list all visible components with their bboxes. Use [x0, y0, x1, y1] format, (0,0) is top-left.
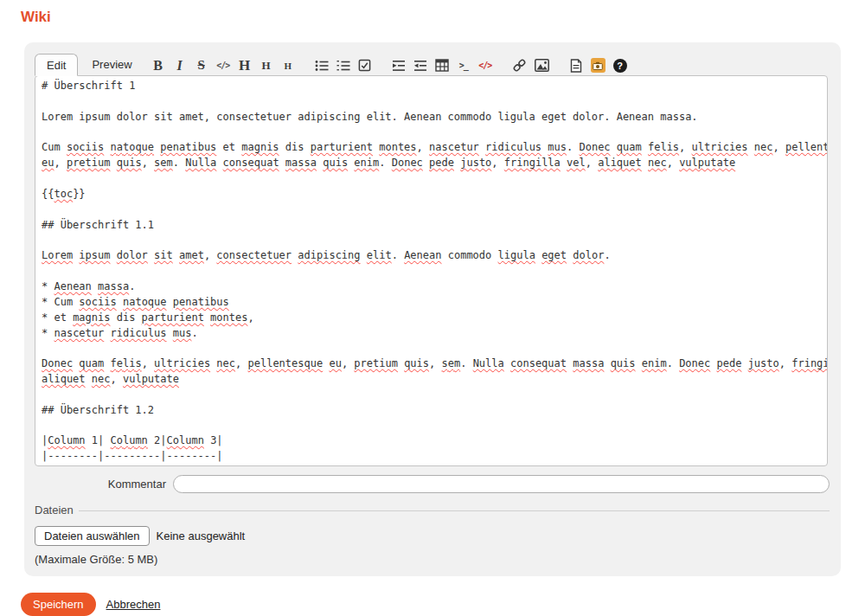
- comment-row: Kommentar: [35, 475, 830, 493]
- comment-input[interactable]: [173, 475, 830, 493]
- fieldset-divider: [79, 510, 830, 511]
- task-list-icon[interactable]: [358, 58, 372, 73]
- comment-label: Kommentar: [35, 478, 173, 491]
- misspelled-word: eget: [541, 249, 567, 261]
- ordered-list-icon[interactable]: [336, 58, 350, 73]
- misspelled-word: ligula: [498, 249, 535, 261]
- misspelled-word: felis: [648, 141, 679, 153]
- misspelled-word: amet: [179, 249, 204, 261]
- editor-line: [42, 341, 821, 356]
- misspelled-word: aliquet: [598, 157, 642, 169]
- misspelled-word: nascetur: [54, 327, 104, 339]
- misspelled-word: sit: [154, 249, 173, 261]
- misspelled-word: nascetur: [429, 141, 479, 153]
- misspelled-word: consequat: [223, 157, 279, 169]
- misspelled-word: eu: [42, 157, 54, 169]
- table-icon[interactable]: [435, 58, 449, 73]
- editor-line: Cum sociis natoque penatibus et magnis d…: [42, 140, 821, 156]
- misspelled-word: ridiculus: [110, 327, 166, 339]
- choose-files-button[interactable]: Dateien auswählen: [35, 526, 150, 546]
- editor-line: |Column 1| Column 2|Column 3|: [42, 433, 821, 449]
- bold-icon[interactable]: B: [151, 58, 165, 73]
- misspelled-word: natoque: [111, 141, 155, 153]
- misspelled-word: quis: [404, 357, 429, 369]
- misspelled-word: vulputate: [679, 157, 735, 169]
- file-status-text: Keine ausgewählt: [157, 529, 246, 542]
- editor-line: [42, 419, 821, 434]
- misspelled-word: felis: [111, 357, 142, 369]
- misspelled-word: Column: [167, 434, 204, 446]
- misspelled-word: dolor: [573, 249, 604, 261]
- misspelled-word: nec: [216, 357, 235, 369]
- misspelled-word: penatibus: [160, 141, 216, 153]
- misspelled-word: magnis: [241, 141, 279, 153]
- misspelled-word: Nulla: [185, 157, 216, 169]
- editor-line: [42, 94, 821, 110]
- misspelled-word: vulputate: [123, 373, 179, 385]
- misspelled-word: adipiscing: [298, 249, 360, 261]
- indent-icon[interactable]: [392, 58, 406, 73]
- misspelled-word: aliquet: [42, 373, 86, 385]
- inline-code-icon[interactable]: </>: [216, 58, 230, 73]
- unordered-list-icon[interactable]: [315, 58, 329, 73]
- misspelled-word: vel: [567, 157, 586, 169]
- heading2-icon[interactable]: H: [260, 58, 273, 73]
- wiki-page-link-icon[interactable]: [569, 58, 583, 73]
- misspelled-word: Aenean: [54, 280, 91, 292]
- editor-line: * Cum sociis natoque penatibus: [42, 295, 821, 311]
- misspelled-word: quam: [79, 357, 104, 369]
- tab-edit[interactable]: Edit: [35, 54, 78, 76]
- wiki-edit-form-panel: Edit Preview B I S </> H H H: [24, 42, 841, 576]
- italic-icon[interactable]: I: [173, 58, 187, 73]
- misspelled-word: pellentesque: [247, 357, 323, 369]
- misspelled-word: enim: [354, 157, 379, 169]
- save-button[interactable]: Speichern: [21, 593, 96, 616]
- editor-line: aliquet nec, vulputate: [42, 372, 821, 388]
- misspelled-word: massa: [285, 157, 317, 169]
- misspelled-word: quis: [117, 157, 142, 169]
- misspelled-word: pretium: [67, 157, 111, 169]
- link-icon[interactable]: [512, 58, 527, 73]
- misspelled-word: parturient: [311, 141, 373, 153]
- editor-line: * nascetur ridiculus mus.: [42, 326, 821, 342]
- misspelled-word: consequat: [510, 357, 567, 369]
- misspelled-word: Aenean: [404, 249, 441, 261]
- misspelled-word: montes: [379, 141, 416, 153]
- misspelled-word: justo: [460, 157, 491, 169]
- code-block-icon[interactable]: </>: [478, 58, 492, 73]
- misspelled-word: justo: [748, 357, 779, 369]
- editor-line: ## Überschrift 1.2: [42, 403, 821, 419]
- editor-line: * et magnis dis parturient montes,: [42, 311, 821, 326]
- misspelled-word: natoque: [123, 296, 167, 308]
- editor-line: [42, 388, 821, 403]
- misspelled-word: Donec: [679, 357, 710, 369]
- image-icon[interactable]: [535, 58, 549, 73]
- preformatted-text-icon[interactable]: >_: [457, 58, 471, 73]
- misspelled-word: sociis: [79, 296, 116, 308]
- cancel-link[interactable]: Abbrechen: [106, 598, 161, 611]
- misspelled-word: ultricies: [154, 357, 210, 369]
- editor-line: # Überschrift 1: [42, 79, 821, 94]
- misspelled-word: sem: [154, 157, 173, 169]
- editor-toolbar: B I S </> H H H >_: [151, 58, 627, 76]
- heading1-icon[interactable]: H: [238, 58, 252, 73]
- misspelled-word: ridiculus: [485, 141, 541, 153]
- misspelled-word: parturient: [142, 311, 204, 324]
- attachments-legend-label: Dateien: [35, 504, 79, 517]
- misspelled-word: massa: [98, 280, 129, 292]
- wiki-textarea[interactable]: # Überschrift 1Lorem ipsum dolor sit ame…: [35, 75, 828, 466]
- editor-line: [42, 171, 821, 187]
- misspelled-word: dolor: [117, 249, 148, 261]
- outdent-icon[interactable]: [413, 58, 427, 73]
- form-actions: Speichern Abbrechen: [21, 593, 865, 616]
- help-icon[interactable]: ?: [613, 58, 627, 73]
- misspelled-word: penatibus: [173, 296, 229, 308]
- attach-image-icon[interactable]: [591, 58, 606, 73]
- misspelled-word: mus: [548, 141, 567, 153]
- misspelled-word: sem: [442, 357, 461, 369]
- heading3-icon[interactable]: H: [281, 58, 295, 73]
- misspelled-word: nec: [648, 157, 667, 169]
- page-title: Wiki: [21, 9, 865, 26]
- tab-preview[interactable]: Preview: [78, 54, 145, 76]
- strikethrough-icon[interactable]: S: [195, 58, 208, 73]
